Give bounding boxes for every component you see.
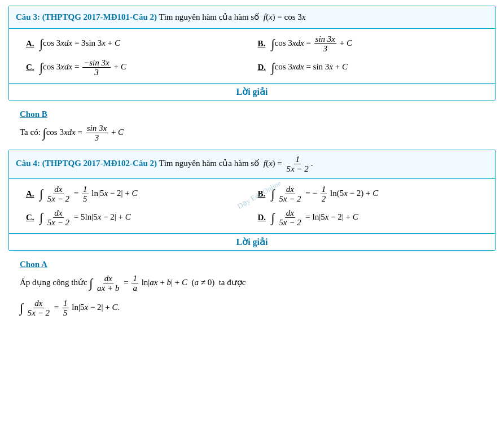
option-4d-text: ∫ dx5x − 2 = ln|5x − 2| + C: [271, 208, 358, 228]
option-3a-text: ∫cos 3xdx = 3sin 3x + C: [40, 38, 120, 50]
option-3c[interactable]: C. ∫cos 3xdx = −sin 3x3 + C: [26, 58, 252, 77]
question-4-box: Câu 4: (THPTQG 2017-MĐ102-Câu 2) Tìm ngu…: [8, 150, 496, 251]
option-3b[interactable]: B. ∫cos 3xdx = sin 3x3 + C: [258, 34, 484, 54]
option-3b-label: B.: [258, 39, 268, 49]
option-3a[interactable]: A. ∫cos 3xdx = 3sin 3x + C: [26, 34, 252, 54]
question-4-label: Câu 4: (THPTQG 2017-MĐ102-Câu 2): [16, 159, 157, 168]
option-4a-label: A.: [26, 189, 36, 199]
solution-4-section: Chon A Áp dụng công thức ∫ dxax + b = 1a…: [8, 255, 496, 325]
question-3-label: Câu 3: (THPTQG 2017-MĐ101-Câu 2): [16, 12, 157, 21]
solution-3-section: Chon B Ta có: ∫cos 3xdx = sin 3x3 + C: [8, 105, 496, 150]
option-4b-label: B.: [258, 189, 268, 199]
option-4b-text: ∫ dx5x − 2 = − 12 ln(5x − 2) + C: [271, 185, 379, 204]
option-3b-text: ∫cos 3xdx = sin 3x3 + C: [271, 34, 353, 54]
option-4a-text: ∫ dx5x − 2 = 15 ln|5x − 2| + C: [40, 185, 138, 204]
option-3d-label: D.: [258, 63, 268, 72]
option-3c-text: ∫cos 3xdx = −sin 3x3 + C: [40, 58, 126, 77]
option-4d[interactable]: D. ∫ dx5x − 2 = ln|5x − 2| + C: [258, 208, 484, 228]
solution-3-text: Ta có: ∫cos 3xdx = sin 3x3 + C: [20, 124, 484, 143]
option-4b[interactable]: B. ∫ dx5x − 2 = − 12 ln(5x − 2) + C: [258, 185, 484, 204]
option-3d[interactable]: D. ∫cos 3xdx = sin 3x + C: [258, 58, 484, 77]
chon-3: Chon B: [20, 110, 484, 119]
question-3-statement: Tìm nguyên hàm của hàm số f(x) = cos 3x: [159, 12, 305, 21]
loi-giai-4-bar: Lời giải: [9, 233, 495, 250]
question-3-options: A. ∫cos 3xdx = 3sin 3x + C B. ∫cos 3xdx …: [9, 29, 495, 83]
option-3a-label: A.: [26, 39, 36, 49]
loi-giai-3-bar: Lời giải: [9, 83, 495, 100]
option-4c-text: ∫ dx5x − 2 = 5ln|5x − 2| + C: [40, 208, 131, 228]
question-4-options: A. ∫ dx5x − 2 = 15 ln|5x − 2| + C B. ∫ d…: [9, 179, 495, 233]
question-3-box: Câu 3: (THPTQG 2017-MĐ101-Câu 2) Tìm ngu…: [8, 6, 496, 100]
option-4d-label: D.: [258, 213, 268, 222]
option-4a[interactable]: A. ∫ dx5x − 2 = 15 ln|5x − 2| + C: [26, 185, 252, 204]
chon-4: Chon A: [20, 260, 484, 269]
question-4-statement: Tìm nguyên hàm của hàm số f(x) = 15x − 2…: [159, 159, 313, 168]
question-3-header: Câu 3: (THPTQG 2017-MĐ101-Câu 2) Tìm ngu…: [9, 6, 495, 29]
option-3c-label: C.: [26, 63, 36, 72]
option-4c[interactable]: C. ∫ dx5x − 2 = 5ln|5x − 2| + C: [26, 208, 252, 228]
question-4-header: Câu 4: (THPTQG 2017-MĐ102-Câu 2) Tìm ngu…: [9, 150, 495, 179]
option-4c-label: C.: [26, 213, 36, 222]
option-3d-text: ∫cos 3xdx = sin 3x + C: [271, 62, 348, 74]
solution-4-text: Áp dụng công thức ∫ dxax + b = 1a ln|ax …: [20, 274, 484, 318]
